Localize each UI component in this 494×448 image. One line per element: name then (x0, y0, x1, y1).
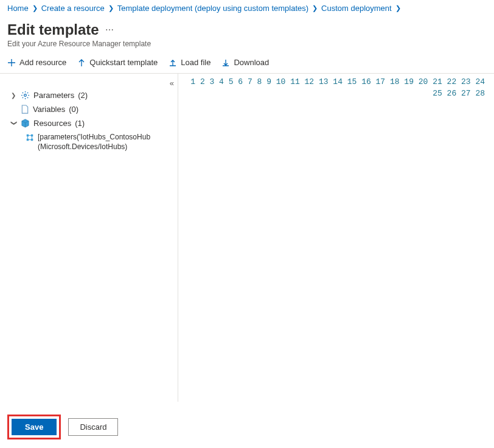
tree-resources[interactable]: ❯ Resources (1) (11, 116, 173, 130)
footer: Save Discard (0, 406, 125, 448)
resource-icon (26, 133, 34, 145)
download-button[interactable]: Download (221, 58, 269, 67)
breadcrumb: Home ❯ Create a resource ❯ Template depl… (0, 0, 494, 16)
cube-icon (21, 119, 30, 128)
tree-parameters[interactable]: ❯ Parameters (2) (11, 88, 173, 102)
tree-variables[interactable]: Variables (0) (21, 102, 173, 116)
plus-icon (7, 58, 16, 67)
tree-count: (2) (78, 91, 88, 100)
page-title: Edit template (7, 21, 99, 38)
toolbar-label: Add resource (19, 58, 66, 67)
download-icon (221, 58, 230, 67)
line-gutter: 1 2 3 4 5 6 7 8 9 10 11 12 13 14 15 16 1… (178, 74, 492, 402)
chevron-down-icon: ❯ (11, 121, 18, 127)
gear-icon (21, 91, 30, 100)
page-subtitle: Edit your Azure Resource Manager templat… (7, 40, 487, 48)
arrow-up-icon (77, 58, 86, 67)
svg-rect-3 (27, 139, 29, 141)
save-button[interactable]: Save (12, 419, 57, 435)
chevron-right-icon: ❯ (11, 92, 17, 99)
tree-panel: « ❯ Parameters (2) Variables (0) ❯ Resou… (0, 74, 178, 402)
collapse-panel-button[interactable]: « (170, 79, 174, 88)
code-editor[interactable]: 1 2 3 4 5 6 7 8 9 10 11 12 13 14 15 16 1… (178, 74, 494, 402)
breadcrumb-create-resource[interactable]: Create a resource (41, 4, 105, 13)
tree-count: (1) (75, 119, 85, 128)
svg-rect-1 (27, 135, 29, 137)
tree-label: Resources (33, 119, 71, 128)
discard-button[interactable]: Discard (68, 418, 118, 436)
svg-rect-2 (31, 135, 33, 137)
code-content[interactable]: { "$schema": "https://schema.management.… (492, 74, 494, 402)
tree-label: Variables (33, 105, 65, 114)
chevron-right-icon: ❯ (312, 4, 318, 12)
document-icon (21, 105, 29, 114)
chevron-right-icon: ❯ (32, 4, 38, 12)
quickstart-template-button[interactable]: Quickstart template (77, 58, 158, 67)
tree-resource-item[interactable]: [parameters('IotHubs_ContosoHub (Microso… (26, 130, 173, 154)
svg-rect-4 (31, 139, 33, 141)
tree-count: (0) (69, 105, 78, 114)
save-highlight: Save (7, 415, 61, 439)
chevron-right-icon: ❯ (395, 4, 401, 12)
add-resource-button[interactable]: Add resource (7, 58, 66, 67)
load-file-button[interactable]: Load file (169, 58, 210, 67)
resource-name: [parameters('IotHubs_ContosoHub (38, 133, 150, 141)
upload-icon (169, 58, 177, 67)
tree-label: Parameters (33, 91, 74, 100)
svg-point-0 (24, 94, 27, 97)
breadcrumb-template-deployment[interactable]: Template deployment (deploy using custom… (117, 4, 308, 13)
toolbar-label: Quickstart template (89, 58, 158, 67)
resource-type: (Microsoft.Devices/IotHubs) (38, 142, 127, 151)
more-actions-button[interactable]: ⋯ (105, 25, 114, 35)
breadcrumb-home[interactable]: Home (7, 4, 29, 13)
toolbar-label: Load file (181, 58, 210, 67)
toolbar: Add resource Quickstart template Load fi… (0, 51, 494, 73)
chevron-right-icon: ❯ (108, 4, 114, 12)
toolbar-label: Download (234, 58, 269, 67)
breadcrumb-custom-deployment[interactable]: Custom deployment (321, 4, 392, 13)
